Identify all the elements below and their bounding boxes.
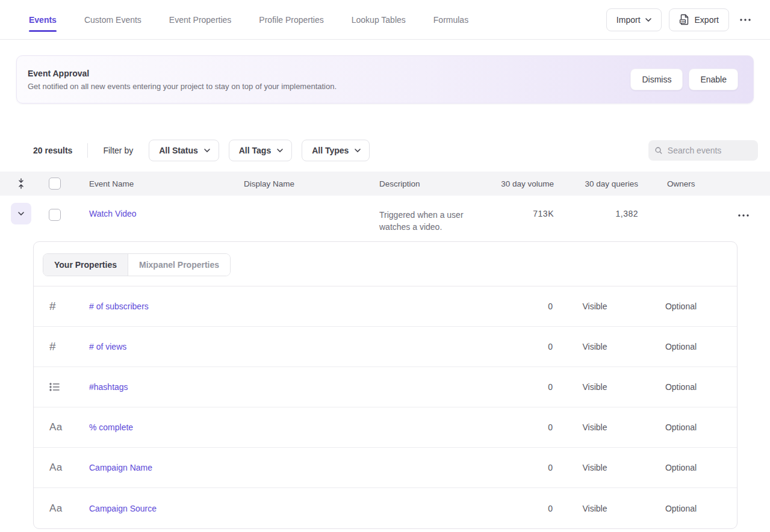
- search-events-box[interactable]: [648, 140, 758, 161]
- property-name-link[interactable]: # of subscribers: [89, 302, 498, 311]
- property-name-link[interactable]: % complete: [89, 422, 498, 432]
- text-type-icon: Aa: [34, 503, 89, 515]
- chevron-down-icon: [18, 212, 24, 215]
- results-count: 20 results: [33, 146, 72, 155]
- property-name-link[interactable]: # of views: [89, 342, 498, 351]
- select-all-checkbox[interactable]: [49, 178, 61, 190]
- row-menu-button[interactable]: [734, 211, 753, 220]
- chevron-down-icon: [645, 18, 651, 22]
- types-filter-label: All Types: [312, 146, 349, 155]
- properties-panel: Your Properties Mixpanel Properties # # …: [33, 241, 737, 529]
- banner-text: Event Approval Get notified on all new e…: [28, 69, 337, 91]
- property-row: #hashtags 0 Visible Optional: [34, 367, 737, 407]
- property-status: Optional: [637, 382, 725, 392]
- tab-custom-events[interactable]: Custom Events: [84, 0, 141, 39]
- banner-actions: Dismiss Enable: [630, 69, 738, 90]
- collapse-all-button[interactable]: [11, 173, 31, 194]
- property-status: Optional: [637, 342, 725, 351]
- properties-tab-group: Your Properties Mixpanel Properties: [43, 253, 231, 276]
- property-visibility: Visible: [553, 302, 637, 311]
- types-filter-dropdown[interactable]: All Types: [302, 140, 370, 161]
- import-button-label: Import: [616, 15, 641, 25]
- number-type-icon: #: [34, 340, 89, 353]
- status-filter-label: All Status: [159, 146, 198, 155]
- tab-formulas[interactable]: Formulas: [433, 0, 468, 39]
- table-header-row: Event Name Display Name Description 30 d…: [0, 172, 770, 196]
- property-volume: 0: [498, 504, 553, 513]
- tab-lookup-tables[interactable]: Lookup Tables: [352, 0, 406, 39]
- event-queries-value: 1,382: [554, 199, 638, 218]
- column-header-event-name: Event Name: [78, 179, 238, 188]
- nav-actions: Import csv Export: [606, 8, 754, 31]
- property-name-link[interactable]: #hashtags: [89, 382, 498, 392]
- dismiss-button[interactable]: Dismiss: [630, 69, 683, 90]
- more-menu-button[interactable]: [736, 8, 754, 31]
- svg-text:csv: csv: [680, 20, 685, 23]
- filter-bar: 20 results Filter by All Status All Tags…: [33, 140, 758, 161]
- property-volume: 0: [498, 422, 553, 432]
- top-nav: Events Custom Events Event Properties Pr…: [0, 0, 770, 40]
- property-row: Aa % complete 0 Visible Optional: [34, 407, 737, 448]
- tab-event-properties[interactable]: Event Properties: [169, 0, 232, 39]
- event-volume-value: 713K: [494, 199, 554, 218]
- banner-title: Event Approval: [28, 69, 337, 78]
- csv-file-icon: csv: [679, 14, 690, 25]
- property-volume: 0: [498, 463, 553, 472]
- ellipsis-icon: [738, 214, 749, 217]
- export-button[interactable]: csv Export: [669, 8, 729, 31]
- event-description: Triggered when a user watches a video.: [379, 209, 489, 233]
- tags-filter-dropdown[interactable]: All Tags: [229, 140, 292, 161]
- list-type-icon: [34, 382, 89, 392]
- number-type-icon: #: [34, 300, 89, 313]
- event-display-name: [238, 199, 373, 209]
- property-status: Optional: [637, 422, 725, 432]
- column-header-volume: 30 day volume: [494, 179, 554, 188]
- event-row: Watch Video Triggered when a user watche…: [0, 196, 770, 233]
- tab-profile-properties[interactable]: Profile Properties: [259, 0, 323, 39]
- event-approval-banner: Event Approval Get notified on all new e…: [16, 55, 754, 104]
- search-input[interactable]: [668, 146, 752, 155]
- property-name-link[interactable]: Campaign Name: [89, 463, 498, 472]
- property-volume: 0: [498, 382, 553, 392]
- row-checkbox[interactable]: [49, 209, 61, 221]
- property-row: # # of subscribers 0 Visible Optional: [34, 286, 737, 327]
- events-table: Event Name Display Name Description 30 d…: [0, 172, 770, 529]
- column-header-display-name: Display Name: [238, 179, 373, 188]
- text-type-icon: Aa: [34, 462, 89, 474]
- collapse-rows-icon: [17, 178, 25, 189]
- property-row: Aa Campaign Name 0 Visible Optional: [34, 448, 737, 488]
- tags-filter-label: All Tags: [239, 146, 271, 155]
- property-row: # # of views 0 Visible Optional: [34, 327, 737, 367]
- event-owners-value: [638, 199, 716, 209]
- enable-button[interactable]: Enable: [689, 69, 738, 90]
- property-volume: 0: [498, 342, 553, 351]
- chevron-down-icon: [277, 149, 283, 152]
- property-row: Aa Campaign Source 0 Visible Optional: [34, 488, 737, 528]
- collapse-row-button[interactable]: [11, 203, 31, 224]
- properties-tabs: Your Properties Mixpanel Properties: [34, 242, 737, 286]
- property-visibility: Visible: [553, 382, 637, 392]
- property-volume: 0: [498, 302, 553, 311]
- property-visibility: Visible: [553, 504, 637, 513]
- chevron-down-icon: [355, 149, 361, 152]
- filter-by-label: Filter by: [103, 146, 133, 155]
- divider: [87, 143, 88, 158]
- banner-subtitle: Get notified on all new events entering …: [28, 82, 337, 91]
- tab-mixpanel-properties[interactable]: Mixpanel Properties: [128, 254, 230, 276]
- event-name-link[interactable]: Watch Video: [89, 209, 137, 218]
- export-button-label: Export: [695, 15, 719, 25]
- property-visibility: Visible: [553, 342, 637, 351]
- search-icon: [654, 146, 663, 155]
- nav-tabs: Events Custom Events Event Properties Pr…: [29, 0, 468, 39]
- tab-events[interactable]: Events: [29, 0, 57, 39]
- tab-your-properties[interactable]: Your Properties: [43, 254, 128, 276]
- status-filter-dropdown[interactable]: All Status: [149, 140, 219, 161]
- text-type-icon: Aa: [34, 421, 89, 433]
- column-header-description: Description: [373, 179, 494, 188]
- property-name-link[interactable]: Campaign Source: [89, 504, 498, 513]
- ellipsis-icon: [740, 19, 751, 21]
- column-header-queries: 30 day queries: [554, 179, 638, 188]
- property-status: Optional: [637, 504, 725, 513]
- chevron-down-icon: [204, 149, 210, 152]
- import-button[interactable]: Import: [606, 8, 662, 31]
